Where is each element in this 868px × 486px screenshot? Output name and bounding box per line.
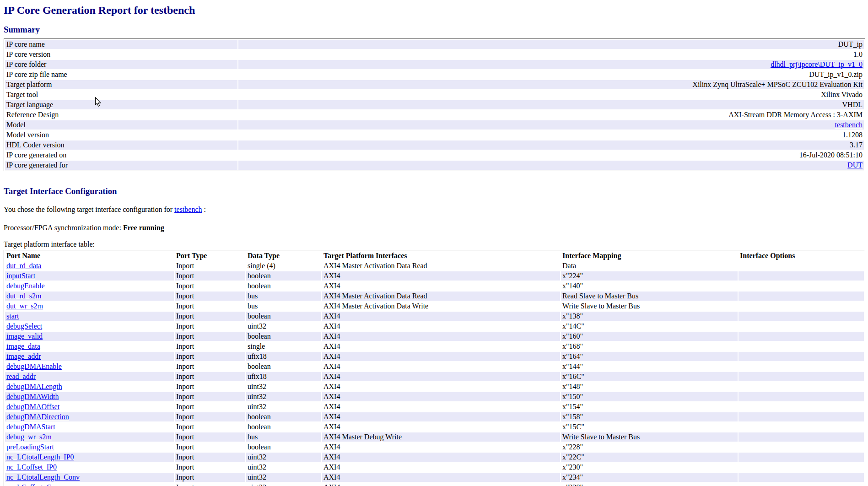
summary-label-cell: IP core name <box>5 40 237 49</box>
port-link[interactable]: inputStart <box>6 272 35 280</box>
summary-label-cell: HDL Coder version <box>5 140 237 150</box>
target-platform-interface-cell: AXI4 <box>322 322 560 331</box>
port-link[interactable]: debugDMALength <box>6 383 62 390</box>
data-type-cell: bus <box>246 292 321 301</box>
port-type-cell: Inport <box>175 432 245 442</box>
summary-row: IP core generated forDUT <box>5 161 864 170</box>
ports-table-row: debugEnableInportbooleanAXI4x"140" <box>5 281 864 291</box>
summary-label-cell: Target tool <box>5 90 237 99</box>
port-type-cell: Inport <box>175 402 245 411</box>
sync-mode-line: Processor/FPGA synchronization mode: Fre… <box>4 224 865 232</box>
port-type-cell: Inport <box>175 412 245 421</box>
data-type-cell: uint32 <box>246 453 321 462</box>
data-type-cell: single (4) <box>246 261 321 270</box>
summary-value-link[interactable]: testbench <box>835 121 863 129</box>
port-link[interactable]: debugDMAOffset <box>6 403 59 410</box>
data-type-cell: uint32 <box>246 392 321 401</box>
port-type-cell: Inport <box>175 342 245 351</box>
port-type-cell: Inport <box>175 443 245 452</box>
ports-table-row: startInportbooleanAXI4x"138" <box>5 312 864 321</box>
port-link[interactable]: image_addr <box>6 352 41 360</box>
interface-mapping-cell: x"158" <box>561 412 738 421</box>
ports-table-row: image_validInportbooleanAXI4x"160" <box>5 332 864 341</box>
port-link[interactable]: dut_rd_s2m <box>6 292 41 300</box>
port-link[interactable]: debugDMADirection <box>6 413 69 421</box>
port-name-cell: image_valid <box>5 332 174 341</box>
port-name-cell: debugDMAStart <box>5 422 174 432</box>
summary-value-cell: Xilinx Vivado <box>238 90 864 99</box>
interface-options-cell <box>739 453 864 462</box>
target-platform-interface-cell: AXI4 <box>322 342 560 351</box>
ports-table: Port NamePort TypeData TypeTarget Platfo… <box>4 250 865 486</box>
summary-row: IP core version1.0 <box>5 50 864 59</box>
port-link[interactable]: dut_wr_s2m <box>6 302 43 310</box>
port-type-cell: Inport <box>175 473 245 482</box>
interface-mapping-cell: x"164" <box>561 352 738 361</box>
interface-mapping-cell: x"160" <box>561 332 738 341</box>
summary-row: Target toolXilinx Vivado <box>5 90 864 99</box>
port-link[interactable]: dut_rd_data <box>6 262 41 270</box>
target-platform-interface-cell: AXI4 <box>322 352 560 361</box>
port-link[interactable]: nc_LCtotalLength_Conv <box>6 473 80 481</box>
port-link[interactable]: image_data <box>6 342 40 350</box>
target-platform-interface-cell: AXI4 Master Debug Write <box>322 432 560 442</box>
data-type-cell: boolean <box>246 281 321 291</box>
target-platform-interface-cell: AXI4 Master Activation Data Read <box>322 292 560 301</box>
port-link[interactable]: start <box>6 312 19 320</box>
port-link[interactable]: debugDMAWidth <box>6 393 59 400</box>
port-type-cell: Inport <box>175 332 245 341</box>
port-link[interactable]: debugDMAEnable <box>6 362 62 370</box>
port-link[interactable]: debug_wr_s2m <box>6 433 52 441</box>
interface-mapping-cell: x"15C" <box>561 422 738 432</box>
summary-row: Modeltestbench <box>5 120 864 130</box>
interface-options-cell <box>739 362 864 371</box>
interface-mapping-cell: x"230" <box>561 463 738 472</box>
port-link[interactable]: nc_LCtotalLength_IP0 <box>6 453 74 461</box>
summary-value-link[interactable]: dlhdl_prj\ipcore\DUT_ip_v1_0 <box>771 60 863 68</box>
interface-options-cell <box>739 322 864 331</box>
interface-mapping-cell: x"234" <box>561 473 738 482</box>
port-name-cell: debugDMAEnable <box>5 362 174 371</box>
port-link[interactable]: nc_LCoffset_IP0 <box>6 463 57 471</box>
summary-value-link[interactable]: DUT <box>847 161 863 169</box>
port-name-cell: nc_LCtotalLength_Conv <box>5 473 174 482</box>
target-platform-interface-cell: AXI4 <box>322 392 560 401</box>
port-type-cell: Inport <box>175 382 245 391</box>
summary-heading: Summary <box>4 25 865 34</box>
ports-table-row: dut_rd_dataInportsingle (4)AXI4 Master A… <box>5 261 864 270</box>
interface-options-cell <box>739 422 864 432</box>
port-link[interactable]: image_valid <box>6 332 43 340</box>
interface-mapping-cell: Write Slave to Master Bus <box>561 302 738 311</box>
port-link[interactable]: debugEnable <box>6 282 45 290</box>
summary-row: Model version1.1208 <box>5 130 864 140</box>
summary-table: IP core nameDUT_ipIP core version1.0IP c… <box>4 38 865 171</box>
interface-mapping-cell: x"224" <box>561 271 738 281</box>
port-type-cell: Inport <box>175 392 245 401</box>
port-name-cell: dut_rd_s2m <box>5 292 174 301</box>
interface-options-cell <box>739 261 864 270</box>
interface-options-cell <box>739 312 864 321</box>
data-type-cell: boolean <box>246 271 321 281</box>
interface-mapping-cell: x"150" <box>561 392 738 401</box>
interface-mapping-cell: x"138" <box>561 312 738 321</box>
ports-header-row: Port NamePort TypeData TypeTarget Platfo… <box>5 251 864 260</box>
port-name-cell: read_addr <box>5 372 174 381</box>
target-platform-interface-cell: AXI4 <box>322 332 560 341</box>
summary-row: Target platformXilinx Zynq UltraScale+ M… <box>5 80 864 89</box>
interface-mapping-cell: x"168" <box>561 342 738 351</box>
data-type-cell: ufix18 <box>246 352 321 361</box>
interface-mapping-cell: x"14C" <box>561 322 738 331</box>
ports-column-header: Interface Options <box>739 251 864 260</box>
interface-config-intro: You chose the following target interface… <box>4 205 865 214</box>
testbench-model-link[interactable]: testbench <box>174 205 202 213</box>
summary-value-cell: VHDL <box>238 100 864 109</box>
port-type-cell: Inport <box>175 271 245 281</box>
port-name-cell: dut_rd_data <box>5 261 174 270</box>
port-link[interactable]: read_addr <box>6 373 36 380</box>
target-platform-interface-cell: AXI4 Master Activation Data Read <box>322 261 560 270</box>
port-link[interactable]: preLoadingStart <box>6 443 54 451</box>
summary-value-cell: AXI-Stream DDR Memory Access : 3-AXIM <box>238 110 864 119</box>
port-link[interactable]: debugSelect <box>6 322 42 330</box>
port-link[interactable]: debugDMAStart <box>6 423 55 431</box>
port-link[interactable]: nc_LCoffset_Conv <box>6 483 62 486</box>
